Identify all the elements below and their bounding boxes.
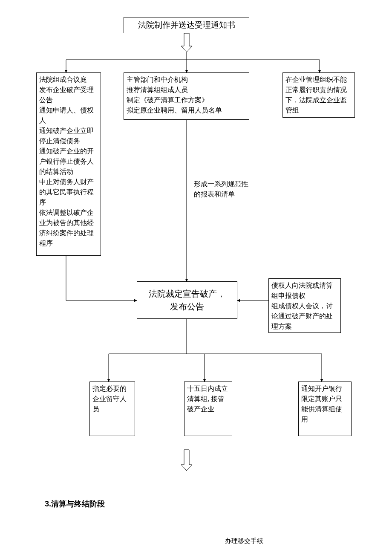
box-supervision-group: 在企业管理组织不能正常履行职责的情况下，法院成立企业监管组 <box>282 72 355 118</box>
box-creditors: 债权人向法院或清算组申报债权 组成债权人会议，讨论通过破产财产的处理方案 <box>268 278 341 333</box>
text-creditors: 债权人向法院或清算组申报债权 组成债权人会议，讨论通过破产财产的处理方案 <box>271 282 333 330</box>
label-form-reports: 形成一系列规范性的报表和清单 <box>194 179 254 199</box>
box-retain-staff: 指定必要的企业留守人员 <box>89 382 135 436</box>
box-supervisor-actions: 主管部门和中介机构 推荐清算组组成人员 制定《破产清算工作方案》 拟定原企业聘用… <box>124 72 249 120</box>
box-liquidation-team: 十五日内成立清算组, 接管破产企业 <box>184 382 232 436</box>
label-transfer-procedures: 办理移交手续 <box>225 536 263 546</box>
text-court-notice: 法院制作并送达受理通知书 <box>138 20 235 29</box>
text-liquidation-team: 十五日内成立清算组, 接管破产企业 <box>187 385 228 413</box>
text-form-reports: 形成一系列规范性的报表和清单 <box>194 180 248 198</box>
box-bank-restrict: 通知开户银行限定其账户只能供清算组使用 <box>298 382 352 436</box>
box-court-actions: 法院组成合议庭 发布企业破产受理公告 通知申请人、债权人 通知破产企业立即停止清… <box>36 72 101 256</box>
text-bank-restrict: 通知开户银行限定其账户只能供清算组使用 <box>301 385 342 423</box>
box-declare-bankruptcy: 法院裁定宣告破产， 发布公告 <box>137 281 237 319</box>
text-transfer-procedures: 办理移交手续 <box>225 538 263 544</box>
text-supervision-group: 在企业管理组织不能正常履行职责的情况下，法院成立企业监管组 <box>285 76 347 114</box>
text-supervisor-actions: 主管部门和中介机构 推荐清算组组成人员 制定《破产清算工作方案》 拟定原企业聘用… <box>127 76 222 114</box>
text-court-actions: 法院组成合议庭 发布企业破产受理公告 通知申请人、债权人 通知破产企业立即停止清… <box>39 76 94 247</box>
box-court-notice: 法院制作并送达受理通知书 <box>124 17 249 33</box>
text-heading-stage-3: 3.清算与终结阶段 <box>45 500 105 508</box>
heading-stage-3: 3.清算与终结阶段 <box>45 499 105 509</box>
text-retain-staff: 指定必要的企业留守人员 <box>92 385 127 413</box>
text-declare-bankruptcy: 法院裁定宣告破产， 发布公告 <box>149 287 225 313</box>
